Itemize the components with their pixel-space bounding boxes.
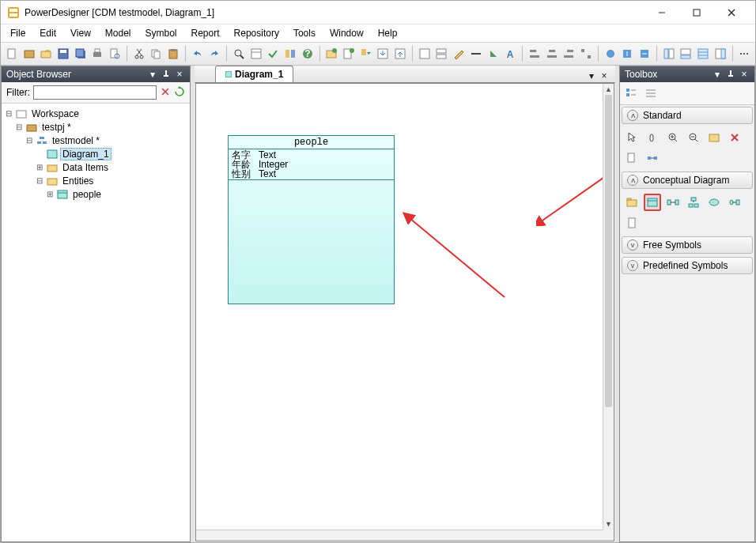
close-button[interactable]	[714, 2, 749, 24]
close-panel-icon[interactable]: ×	[739, 69, 750, 80]
menu-view[interactable]: View	[64, 26, 97, 40]
entity-symbol-people[interactable]: people 名字Text 年龄Integer 性别Text	[228, 135, 395, 304]
fill-style-icon[interactable]	[486, 45, 501, 62]
import-icon[interactable]	[376, 45, 391, 62]
undo-icon[interactable]	[190, 45, 206, 62]
print-preview-icon[interactable]	[107, 45, 123, 62]
edit-style-icon[interactable]	[451, 45, 467, 62]
properties-icon[interactable]	[248, 45, 264, 62]
toolbox-section-standard[interactable]: ʌ Standard	[622, 107, 753, 124]
delete-tool-icon[interactable]	[726, 129, 743, 146]
pointer-tool-icon[interactable]	[623, 129, 641, 146]
save-icon[interactable]	[55, 45, 71, 62]
category-view-icon[interactable]	[622, 85, 640, 102]
toolbox-section-free[interactable]: v Free Symbols	[622, 236, 753, 254]
relationship-tool-icon[interactable]	[664, 194, 682, 211]
toolbox-section-conceptual[interactable]: ʌ Conceptual Diagram	[622, 172, 753, 189]
tree-model[interactable]: ⊟testmodel *	[3, 134, 188, 147]
output-toggle-icon[interactable]	[678, 45, 694, 62]
compare-icon[interactable]	[282, 45, 298, 62]
tree-diagram[interactable]: ·Diagram_1	[3, 147, 188, 160]
menu-repository[interactable]: Repository	[228, 26, 285, 40]
generate-icon[interactable]	[358, 45, 374, 62]
help-icon[interactable]: ?	[300, 45, 316, 62]
tree-entities[interactable]: ⊟Entities	[3, 174, 188, 187]
list-view-icon[interactable]	[642, 85, 660, 102]
menu-help[interactable]: Help	[372, 26, 404, 40]
new-model-icon[interactable]	[21, 45, 37, 62]
cut-icon[interactable]	[131, 45, 147, 62]
tree-workspace[interactable]: ⊟Workspace	[3, 107, 188, 120]
clear-filter-icon[interactable]	[160, 86, 171, 100]
dropdown-icon[interactable]: ▾	[712, 69, 723, 80]
inheritance-tool-icon[interactable]	[685, 194, 702, 211]
menu-symbol[interactable]: Symbol	[139, 26, 183, 40]
pin-icon[interactable]	[161, 69, 172, 80]
new-package-icon[interactable]	[324, 45, 340, 62]
repo-checkout-icon[interactable]	[637, 45, 652, 62]
maximize-button[interactable]	[679, 2, 714, 24]
print-icon[interactable]	[90, 45, 106, 62]
menu-edit[interactable]: Edit	[33, 26, 62, 40]
repo-connect-icon[interactable]	[603, 45, 618, 62]
menu-window[interactable]: Window	[323, 26, 370, 40]
align-left-icon[interactable]	[527, 45, 542, 62]
filter-input[interactable]	[33, 85, 157, 100]
distribute-icon[interactable]	[578, 45, 594, 62]
toolbox-toggle-icon[interactable]	[713, 45, 728, 62]
tree-project[interactable]: ⊟testpj *	[3, 120, 188, 134]
package-tool-icon[interactable]	[623, 194, 641, 211]
auto-layout-tool-icon[interactable]	[644, 149, 661, 167]
open-diagram-tool-icon[interactable]	[705, 129, 723, 146]
dropdown-icon[interactable]: ▾	[147, 69, 158, 80]
text-style-icon[interactable]: A	[502, 45, 518, 62]
pin-icon[interactable]	[725, 69, 736, 80]
properties-tool-icon[interactable]	[623, 149, 641, 167]
close-panel-icon[interactable]: ×	[174, 69, 185, 80]
canvas-scrollbar-v[interactable]: ▲▼	[603, 84, 614, 530]
more-icon[interactable]: ⋯	[736, 45, 752, 62]
repo-checkin-icon[interactable]	[619, 45, 635, 62]
menu-tools[interactable]: Tools	[287, 26, 322, 40]
toolbox-section-predefined[interactable]: v Predefined Symbols	[622, 257, 753, 274]
save-all-icon[interactable]	[73, 45, 89, 62]
menu-model[interactable]: Model	[99, 26, 138, 40]
object-browser-header: Object Browser ▾ ×	[2, 66, 190, 82]
layout-1-icon[interactable]	[417, 45, 433, 62]
zoom-out-tool-icon[interactable]	[685, 129, 702, 146]
copy-icon[interactable]	[149, 45, 164, 62]
file-tool-icon[interactable]	[623, 214, 641, 232]
result-toggle-icon[interactable]	[695, 45, 711, 62]
menu-report[interactable]: Report	[185, 26, 226, 40]
tree-entity-people[interactable]: ⊞people	[3, 187, 188, 201]
check-model-icon[interactable]	[266, 45, 282, 62]
layout-2-icon[interactable]	[434, 45, 450, 62]
export-icon[interactable]	[392, 45, 408, 62]
tree-dataitems[interactable]: ⊞Data Items	[3, 160, 188, 174]
tab-menu-icon[interactable]: ▾	[585, 70, 598, 82]
tab-close-icon[interactable]: ×	[598, 70, 610, 82]
canvas-scrollbar-h[interactable]	[196, 530, 603, 541]
tab-diagram[interactable]: Diagram_1	[215, 66, 293, 82]
svg-rect-60	[698, 49, 708, 58]
menu-file[interactable]: File	[4, 26, 32, 40]
diagram-canvas[interactable]: people 名字Text 年龄Integer 性别Text ▲▼	[195, 83, 614, 541]
zoom-in-tool-icon[interactable]	[664, 129, 682, 146]
browser-toggle-icon[interactable]	[661, 45, 677, 62]
new-diagram-icon[interactable]	[341, 45, 357, 62]
association-link-tool-icon[interactable]	[726, 194, 743, 211]
refresh-icon[interactable]	[174, 86, 185, 100]
paste-icon[interactable]	[165, 45, 181, 62]
association-tool-icon[interactable]	[705, 194, 723, 211]
new-icon[interactable]	[4, 45, 20, 62]
align-right-icon[interactable]	[561, 45, 576, 62]
entity-tool-icon[interactable]	[644, 194, 661, 211]
grabber-tool-icon[interactable]	[644, 129, 661, 146]
line-style-icon[interactable]	[468, 45, 484, 62]
redo-icon[interactable]	[207, 45, 223, 62]
find-icon[interactable]	[231, 45, 247, 62]
browser-tree[interactable]: ⊟Workspace ⊟testpj * ⊟testmodel * ·Diagr…	[2, 104, 190, 541]
open-icon[interactable]	[38, 45, 54, 62]
minimize-button[interactable]	[644, 2, 679, 24]
align-center-icon[interactable]	[544, 45, 560, 62]
